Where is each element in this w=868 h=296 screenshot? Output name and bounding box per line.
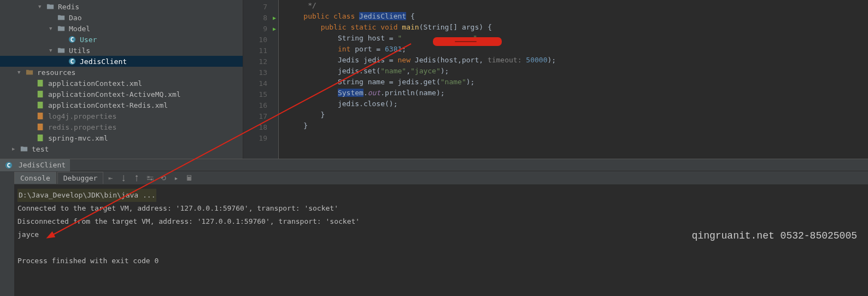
- svg-rect-7: [38, 113, 43, 119]
- svg-rect-4: [38, 80, 43, 86]
- svg-text:C: C: [71, 36, 74, 43]
- line-number: 12: [259, 57, 267, 66]
- svg-rect-9: [38, 135, 43, 141]
- run-tool-gutter: [0, 171, 14, 296]
- code-line: */: [286, 1, 316, 9]
- tree-label: redis.properties: [48, 123, 116, 131]
- line-number: 15: [259, 90, 267, 98]
- tree-node-appctxredis[interactable]: applicationContext-Redis.xml: [0, 100, 243, 111]
- line-number: 9: [263, 25, 267, 33]
- tab-debugger[interactable]: Debugger: [57, 172, 104, 184]
- run-tabstrip: C JedisClient: [0, 159, 868, 171]
- tab-label: Console: [20, 174, 50, 182]
- tree-label: applicationContext-ActiveMQ.xml: [48, 90, 181, 98]
- tree-node-appctx[interactable]: applicationContext.xml: [0, 78, 243, 89]
- tree-label: Model: [69, 25, 90, 33]
- tree-label: applicationContext.xml: [48, 79, 142, 88]
- tree-node-log4j[interactable]: log4j.properties: [0, 111, 243, 121]
- code-editor[interactable]: */ public class JedisClient { public sta…: [278, 0, 868, 159]
- console-tabs: Console Debugger ⇤ ⭣ ⭡ ⭾ ⟲ ▸ 🖩: [14, 171, 868, 184]
- tree-label: User: [80, 36, 97, 44]
- run-gutter-icon[interactable]: ▶: [273, 26, 276, 32]
- run-tab-label: JedisClient: [19, 161, 66, 169]
- svg-text:C: C: [71, 57, 74, 65]
- line-number: 19: [259, 134, 267, 142]
- run-tab-jedisclient[interactable]: C JedisClient: [0, 159, 70, 171]
- svg-rect-8: [38, 124, 43, 130]
- drop-frame-icon[interactable]: ⟲: [157, 172, 169, 184]
- line-number: 17: [259, 112, 267, 120]
- tree-node-test[interactable]: ▶test: [0, 143, 243, 154]
- line-number: 11: [259, 47, 267, 55]
- class-icon: C: [4, 161, 13, 170]
- line-number: 7: [263, 3, 267, 11]
- output-line: Disconnected from the target VM, address…: [17, 215, 865, 228]
- tree-node-dao[interactable]: Dao: [0, 12, 243, 23]
- tree-label: test: [32, 145, 49, 153]
- tree-label: resources: [37, 68, 75, 77]
- tree-node-redisprop[interactable]: redis.properties: [0, 121, 243, 132]
- output-line: Connected to the target VM, address: '12…: [17, 202, 865, 215]
- editor-gutter: 7 8▶ 9▶ 10 11 12 13 14 15 16 17 18 19: [243, 0, 278, 159]
- svg-text:C: C: [7, 161, 11, 169]
- redaction-overlay: [433, 37, 502, 46]
- evaluate-icon[interactable]: 🖩: [183, 172, 195, 184]
- console-output[interactable]: D:\Java_Develop\JDK\bin\java ... Connect…: [14, 184, 868, 272]
- step-over-icon[interactable]: ⇤: [104, 172, 116, 184]
- output-line: Process finished with exit code 0: [17, 254, 865, 268]
- line-number: 13: [259, 68, 267, 77]
- tree-label: spring-mvc.xml: [48, 134, 108, 142]
- tree-node-springmvc[interactable]: spring-mvc.xml: [0, 132, 243, 143]
- step-out-icon[interactable]: ⭡: [131, 172, 143, 184]
- run-gutter-icon[interactable]: ▶: [273, 15, 276, 21]
- step-force-icon[interactable]: ⭾: [144, 172, 156, 184]
- watermark-text: qingruanit.net 0532-85025005: [692, 230, 857, 241]
- tree-node-model[interactable]: ▼Model: [0, 23, 243, 34]
- tree-label: Dao: [69, 14, 81, 22]
- line-number: 18: [259, 123, 267, 131]
- tree-node-resources[interactable]: ▼resources: [0, 67, 243, 78]
- tree-node-utils[interactable]: ▼Utils: [0, 45, 243, 56]
- svg-rect-5: [38, 91, 43, 97]
- line-number: 16: [259, 101, 267, 109]
- output-path: D:\Java_Develop\JDK\bin\java ...: [17, 189, 156, 202]
- tree-node-jedisclient[interactable]: CJedisClient: [0, 56, 243, 67]
- tree-node-redis[interactable]: ▼Redis: [0, 1, 243, 12]
- line-number: 10: [259, 36, 267, 44]
- line-number: 14: [259, 79, 267, 88]
- step-into-icon[interactable]: ⭣: [118, 172, 130, 184]
- tree-label: log4j.properties: [48, 112, 116, 120]
- tree-node-appctxmq[interactable]: applicationContext-ActiveMQ.xml: [0, 89, 243, 100]
- tab-console[interactable]: Console: [14, 172, 56, 184]
- tab-label: Debugger: [63, 174, 98, 182]
- run-to-cursor-icon[interactable]: ▸: [170, 172, 182, 184]
- tree-label: JedisClient: [80, 57, 127, 66]
- project-tree[interactable]: ▼Redis Dao ▼Model CUser ▼Utils CJedisCli…: [0, 0, 243, 159]
- svg-rect-6: [38, 102, 43, 108]
- tree-label: Redis: [58, 3, 79, 11]
- tree-label: Utils: [69, 47, 90, 55]
- tree-label: applicationContext-Redis.xml: [48, 101, 168, 109]
- tree-node-user[interactable]: CUser: [0, 34, 243, 45]
- line-number: 8: [263, 14, 267, 22]
